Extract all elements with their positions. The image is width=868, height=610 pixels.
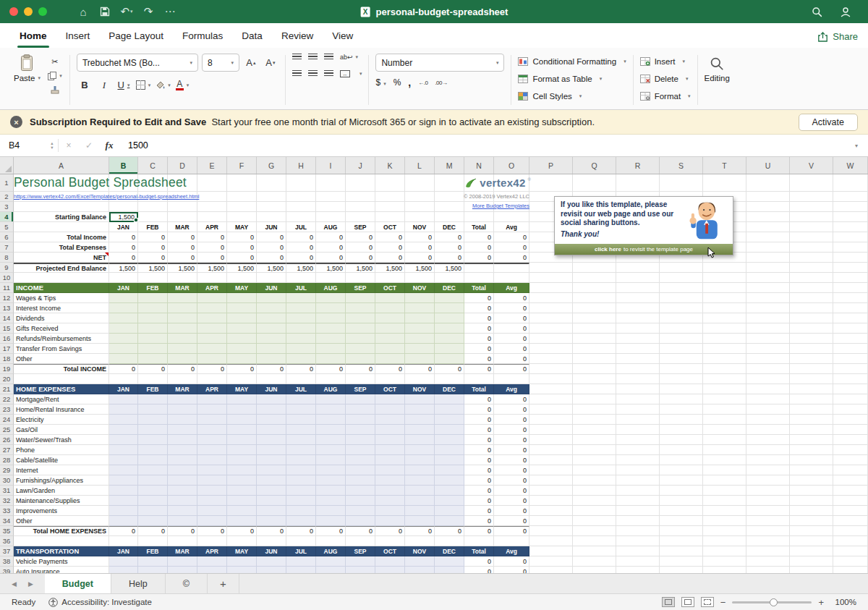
cell-K28[interactable] bbox=[375, 455, 405, 465]
cell-B28[interactable] bbox=[109, 455, 138, 465]
cell-P1[interactable] bbox=[529, 174, 573, 192]
cell-D8[interactable]: 0 bbox=[168, 253, 197, 263]
cell-M12[interactable] bbox=[435, 293, 464, 303]
cell-B37[interactable]: JAN bbox=[109, 546, 138, 556]
cell-L18[interactable] bbox=[405, 354, 435, 364]
cell-F34[interactable] bbox=[227, 516, 257, 526]
cell-K9[interactable]: 1,500 bbox=[375, 263, 405, 273]
cell-W3[interactable] bbox=[833, 202, 868, 212]
cell-O36[interactable] bbox=[494, 536, 529, 546]
cell-I7[interactable]: 0 bbox=[316, 242, 346, 253]
cell-W30[interactable] bbox=[833, 475, 868, 486]
cell-V31[interactable] bbox=[790, 486, 833, 496]
cell-K30[interactable] bbox=[375, 475, 405, 486]
cell-T15[interactable] bbox=[703, 323, 746, 334]
column-header-P[interactable]: P bbox=[529, 157, 573, 174]
cell-M31[interactable] bbox=[435, 486, 464, 496]
cell-N39[interactable]: 0 bbox=[464, 567, 494, 573]
cell-N35[interactable]: 0 bbox=[464, 526, 494, 536]
cell-O20[interactable] bbox=[494, 374, 529, 384]
cell-F28[interactable] bbox=[227, 455, 257, 465]
cell-B35[interactable]: 0 bbox=[109, 526, 138, 536]
align-center-icon[interactable] bbox=[308, 70, 318, 77]
cell-P28[interactable] bbox=[529, 455, 573, 465]
cell-N22[interactable]: 0 bbox=[464, 394, 494, 404]
cell-D34[interactable] bbox=[168, 516, 197, 526]
align-middle-icon[interactable] bbox=[308, 54, 318, 61]
row-header-11[interactable]: 11 bbox=[0, 283, 14, 293]
page-layout-view-button[interactable] bbox=[681, 597, 694, 607]
cell-M38[interactable] bbox=[435, 556, 464, 567]
cut-button[interactable]: ✂ bbox=[47, 55, 63, 69]
cell-A18[interactable]: Other bbox=[14, 354, 109, 364]
confirm-entry-button[interactable]: ✓ bbox=[79, 135, 99, 156]
cell-O34[interactable]: 0 bbox=[494, 516, 529, 526]
cell-A9[interactable]: Projected End Balance bbox=[14, 263, 109, 273]
row-header-38[interactable]: 38 bbox=[0, 556, 14, 567]
cell-C18[interactable] bbox=[138, 354, 168, 364]
sheet-tab-budget[interactable]: Budget bbox=[45, 574, 111, 593]
cell-N4[interactable] bbox=[464, 212, 494, 222]
cell-L7[interactable]: 0 bbox=[405, 242, 435, 253]
cell-K2[interactable] bbox=[375, 192, 405, 202]
cell-O23[interactable]: 0 bbox=[494, 404, 529, 415]
cell-H16[interactable] bbox=[286, 334, 316, 344]
cell-U12[interactable] bbox=[746, 293, 790, 303]
cell-O10[interactable] bbox=[494, 273, 529, 283]
cell-G11[interactable]: JUN bbox=[257, 283, 286, 293]
cell-H18[interactable] bbox=[286, 354, 316, 364]
cell-U35[interactable] bbox=[746, 526, 790, 536]
cell-T31[interactable] bbox=[703, 486, 746, 496]
cell-I4[interactable] bbox=[316, 212, 346, 222]
cell-J26[interactable] bbox=[346, 435, 375, 445]
cell-H39[interactable] bbox=[286, 567, 316, 573]
cell-C26[interactable] bbox=[138, 435, 168, 445]
cell-E17[interactable] bbox=[197, 344, 227, 354]
cell-I25[interactable] bbox=[316, 425, 346, 435]
cell-H25[interactable] bbox=[286, 425, 316, 435]
cell-O37[interactable]: Avg bbox=[494, 546, 529, 556]
cell-R14[interactable] bbox=[616, 313, 660, 323]
cell-L15[interactable] bbox=[405, 323, 435, 334]
cell-O22[interactable]: 0 bbox=[494, 394, 529, 404]
row-header-33[interactable]: 33 bbox=[0, 506, 14, 516]
format-as-table-button[interactable]: Format as Table ▾ bbox=[518, 71, 626, 87]
cell-E24[interactable] bbox=[197, 415, 227, 425]
cell-Q24[interactable] bbox=[573, 415, 616, 425]
cell-W35[interactable] bbox=[833, 526, 868, 536]
cell-E39[interactable] bbox=[197, 567, 227, 573]
cell-M37[interactable]: DEC bbox=[435, 546, 464, 556]
cell-S12[interactable] bbox=[660, 293, 703, 303]
cell-N12[interactable]: 0 bbox=[464, 293, 494, 303]
cell-V37[interactable] bbox=[790, 546, 833, 556]
cell-V33[interactable] bbox=[790, 506, 833, 516]
cell-D11[interactable]: MAR bbox=[168, 283, 197, 293]
cell-R16[interactable] bbox=[616, 334, 660, 344]
column-header-A[interactable]: A bbox=[14, 157, 109, 174]
cell-M26[interactable] bbox=[435, 435, 464, 445]
cell-Q33[interactable] bbox=[573, 506, 616, 516]
cell-A2[interactable]: https://www.vertex42.com/ExcelTemplates/… bbox=[14, 192, 109, 202]
cell-G19[interactable]: 0 bbox=[257, 364, 286, 374]
cell-R11[interactable] bbox=[616, 283, 660, 293]
cell-L21[interactable]: NOV bbox=[405, 384, 435, 394]
cell-J9[interactable]: 1,500 bbox=[346, 263, 375, 273]
cell-O26[interactable]: 0 bbox=[494, 435, 529, 445]
cell-H26[interactable] bbox=[286, 435, 316, 445]
cell-N38[interactable]: 0 bbox=[464, 556, 494, 567]
cell-P30[interactable] bbox=[529, 475, 573, 486]
cell-P21[interactable] bbox=[529, 384, 573, 394]
cell-M8[interactable]: 0 bbox=[435, 253, 464, 263]
row-header-8[interactable]: 8 bbox=[0, 253, 14, 263]
cell-Q32[interactable] bbox=[573, 496, 616, 506]
cell-D27[interactable] bbox=[168, 445, 197, 455]
cell-L32[interactable] bbox=[405, 496, 435, 506]
cell-C13[interactable] bbox=[138, 303, 168, 313]
zoom-level[interactable]: 100% bbox=[830, 598, 856, 606]
cell-R21[interactable] bbox=[616, 384, 660, 394]
cell-T16[interactable] bbox=[703, 334, 746, 344]
cell-L22[interactable] bbox=[405, 394, 435, 404]
cell-D28[interactable] bbox=[168, 455, 197, 465]
cell-G8[interactable]: 0 bbox=[257, 253, 286, 263]
cell-R26[interactable] bbox=[616, 435, 660, 445]
